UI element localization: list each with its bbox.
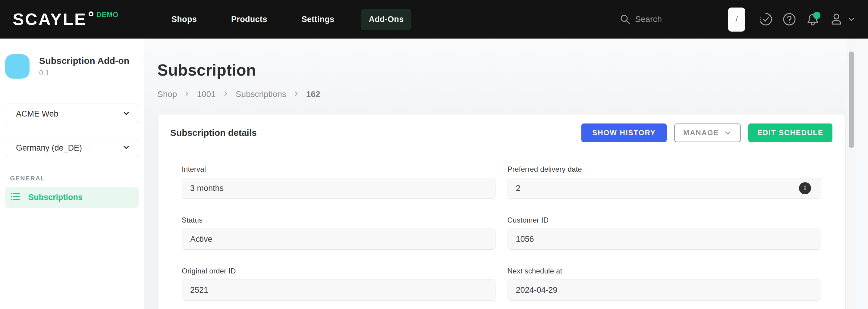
scayle-logo[interactable]: SCAYLE DEMO — [13, 0, 119, 39]
chevron-down-icon — [847, 15, 856, 24]
field-value: 2024-04-29 — [508, 285, 821, 295]
field-value: 1056 — [508, 235, 821, 244]
chevron-down-icon — [122, 109, 130, 118]
notification-dot — [813, 12, 820, 19]
slash-keycap: / — [728, 7, 745, 31]
chevron-right-icon — [184, 90, 190, 98]
field-preferred-delivery-date: Preferred delivery date 2 — [507, 165, 821, 199]
logo-ring-icon — [89, 11, 93, 16]
original-order-id-input[interactable]: 2521 — [182, 279, 495, 301]
right-gutter — [856, 39, 868, 309]
manage-button[interactable]: MANAGE — [674, 124, 741, 142]
user-icon — [829, 12, 844, 27]
shop-select[interactable]: ACME Web — [5, 104, 139, 124]
field-label: Original order ID — [182, 267, 495, 275]
search-icon — [620, 14, 630, 24]
user-menu[interactable] — [829, 12, 856, 27]
help-icon[interactable] — [782, 12, 797, 27]
breadcrumb-shop-id[interactable]: 1001 — [197, 90, 216, 99]
main-content: Subscription Shop 1001 Subscriptions 162… — [144, 39, 847, 309]
search-button[interactable]: Search — [620, 14, 662, 24]
edit-schedule-button[interactable]: EDIT SCHEDULE — [748, 124, 832, 142]
addon-name: Subscription Add-on — [39, 56, 129, 66]
nav-item-products[interactable]: Products — [223, 9, 275, 30]
preferred-delivery-date-input[interactable]: 2 — [507, 178, 821, 199]
sidebar-item-subscriptions[interactable]: Subscriptions — [5, 187, 139, 208]
customer-id-input[interactable]: 1056 — [507, 229, 821, 250]
main-nav: Shops Products Settings Add-Ons — [164, 9, 411, 30]
search-label: Search — [635, 14, 662, 24]
logo-wordmark: SCAYLE — [13, 0, 87, 39]
next-schedule-at-input[interactable]: 2024-04-29 — [507, 279, 821, 301]
field-label: Next schedule at — [507, 267, 821, 275]
field-info-suffix[interactable] — [789, 178, 821, 199]
breadcrumb-subscriptions[interactable]: Subscriptions — [236, 90, 286, 99]
field-value: 2521 — [182, 285, 495, 295]
nav-item-shops[interactable]: Shops — [164, 9, 205, 30]
chevron-down-icon — [724, 129, 732, 137]
field-value: 2 — [508, 184, 789, 193]
chevron-right-icon — [293, 90, 300, 98]
subscription-details-card: Subscription details SHOW HISTORY MANAGE… — [157, 114, 845, 309]
page-title: Subscription — [157, 61, 845, 79]
shop-select-value: ACME Web — [16, 109, 59, 119]
field-value: Active — [182, 235, 495, 244]
field-customer-id: Customer ID 1056 — [507, 216, 821, 250]
nav-item-settings[interactable]: Settings — [293, 9, 342, 30]
locale-select[interactable]: Germany (de_DE) — [5, 138, 139, 158]
demo-badge: DEMO — [96, 11, 119, 19]
field-label: Interval — [182, 165, 495, 173]
field-interval: Interval 3 months — [182, 165, 495, 199]
field-original-order-id: Original order ID 2521 — [182, 267, 495, 301]
field-value: 3 months — [182, 184, 495, 193]
field-label: Preferred delivery date — [507, 165, 821, 173]
top-navbar: SCAYLE DEMO Shops Products Settings Add-… — [0, 0, 868, 39]
breadcrumb-shop[interactable]: Shop — [157, 90, 177, 99]
nav-item-addons[interactable]: Add-Ons — [361, 9, 411, 30]
scrollbar-thumb[interactable] — [849, 52, 854, 148]
manage-button-label: MANAGE — [683, 129, 719, 137]
field-label: Status — [182, 216, 495, 225]
field-status: Status Active — [182, 216, 495, 250]
sidebar-item-label: Subscriptions — [28, 193, 83, 202]
chevron-right-icon — [222, 90, 229, 98]
interval-input[interactable]: 3 months — [182, 178, 495, 199]
status-input[interactable]: Active — [182, 229, 495, 250]
card-title: Subscription details — [170, 128, 257, 138]
addon-app-icon — [5, 54, 30, 79]
sidebar: Subscription Add-on 0.1 ACME Web Germany… — [0, 39, 144, 309]
breadcrumb-current: 162 — [306, 90, 320, 99]
list-icon — [10, 192, 21, 203]
field-label: Customer ID — [507, 216, 821, 225]
breadcrumb: Shop 1001 Subscriptions 162 — [157, 90, 845, 99]
pending-tasks-icon[interactable] — [758, 12, 773, 27]
chevron-down-icon — [122, 143, 130, 152]
keycap-char: / — [735, 15, 738, 24]
field-next-schedule-at: Next schedule at 2024-04-29 — [507, 267, 821, 301]
sidebar-divider — [0, 91, 144, 91]
sidebar-section-general: GENERAL — [10, 175, 144, 182]
locale-select-value: Germany (de_DE) — [16, 143, 82, 153]
info-icon — [799, 182, 811, 194]
scrollbar-track[interactable] — [847, 39, 856, 309]
notifications-bell-icon[interactable] — [805, 12, 820, 27]
addon-version: 0.1 — [39, 69, 129, 77]
show-history-button[interactable]: SHOW HISTORY — [581, 124, 667, 142]
